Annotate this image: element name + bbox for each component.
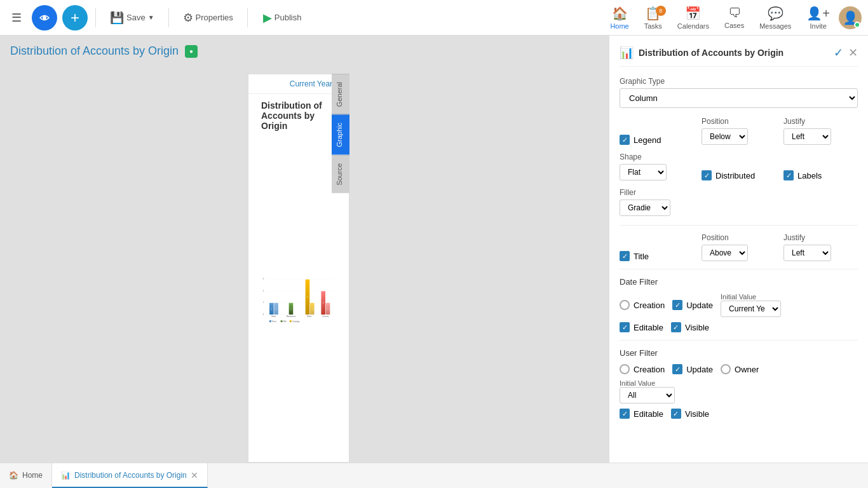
panel-actions: ✓ ✕ (834, 46, 858, 60)
nav-divider-1 (95, 8, 96, 27)
chart-tab-close-icon[interactable]: ✕ (191, 470, 198, 480)
main-panel: Distribution of Accounts by Origin ● Cur… (0, 36, 609, 463)
user-editable-group: ✓ Editable (620, 409, 663, 419)
chart-tab-icon: 📊 (61, 471, 71, 480)
user-filter-row: Creation ✓ Update Owner (620, 364, 858, 374)
save-button[interactable]: 💾 Save ▼ (104, 7, 161, 29)
date-filter-label: Date Filter (620, 277, 858, 287)
date-visible-checkbox[interactable]: ✓ (671, 322, 681, 332)
invite-icon: 👤+ (806, 6, 830, 21)
user-owner-label: Owner (735, 365, 759, 374)
title-justify-label: Justify (783, 233, 858, 242)
calendars-icon: 📅 (685, 6, 701, 21)
properties-button[interactable]: ⚙ Properties (177, 7, 240, 29)
filler-select[interactable]: GradieSolidNone (620, 200, 670, 216)
title-checkbox[interactable]: ✓ (620, 251, 630, 261)
initial-value-select[interactable]: Current YeLast YearAll (721, 301, 781, 317)
nav-cases-button[interactable]: 🗨 Cases (718, 3, 750, 32)
justify-label: Justify (783, 117, 858, 126)
user-creation-group: Creation (620, 364, 665, 374)
title-position-label: Position (702, 233, 776, 242)
nav-invite-button[interactable]: 👤+ Invite (800, 3, 836, 32)
svg-rect-27 (269, 320, 271, 322)
nav-calendars-button[interactable]: 📅 Calendars (671, 3, 715, 32)
distributed-checkbox[interactable]: ✓ (702, 170, 712, 180)
svg-text:3: 3 (263, 278, 264, 280)
save-icon: 💾 (110, 11, 124, 25)
user-owner-radio[interactable] (721, 364, 731, 374)
user-update-checkbox[interactable]: ✓ (672, 364, 682, 374)
graphic-type-select[interactable]: Column Bar Line Area Pie (620, 88, 858, 108)
title-justify-select[interactable]: LeftCenterRight (783, 245, 831, 261)
nav-messages-button[interactable]: 💬 Messages (753, 3, 797, 32)
panel-close-button[interactable]: ✕ (848, 46, 858, 60)
nav-invite-label: Invite (810, 22, 827, 30)
properties-icon: ⚙ (183, 11, 193, 25)
initial-value-group: Initial Value Current YeLast YearAll (721, 293, 781, 317)
nav-tasks-label: Tasks (644, 22, 662, 30)
user-editable-checkbox[interactable]: ✓ (620, 409, 630, 419)
publish-label: Publish (275, 13, 302, 22)
labels-checkbox[interactable]: ✓ (783, 170, 794, 180)
shape-label: Shape (620, 152, 694, 161)
user-initial-value-row: Initial Value AllMineMy Team (620, 379, 858, 403)
svg-text:Manufacture: Manufacture (287, 315, 296, 318)
filter-label: Current Year (290, 79, 332, 88)
filler-group: Filler GradieSolidNone (620, 188, 858, 216)
shape-select[interactable]: FlatRound (620, 164, 667, 180)
legend-checkbox[interactable]: ✓ (620, 135, 630, 145)
date-editable-checkbox[interactable]: ✓ (620, 322, 630, 332)
date-visible-group: ✓ Visible (671, 322, 709, 332)
date-creation-radio[interactable] (620, 300, 630, 310)
legend-group: ✓ Legend (620, 123, 694, 145)
svg-text:Banks: Banks (271, 315, 276, 318)
save-chevron-icon[interactable]: ▼ (148, 14, 154, 21)
hamburger-icon[interactable]: ☰ (6, 6, 27, 30)
publish-button[interactable]: ▶ Publish (255, 7, 309, 29)
user-update-group: ✓ Update (672, 364, 713, 374)
user-filter-label: User Filter (620, 348, 858, 358)
user-editable-label: Editable (634, 409, 663, 419)
user-visible-checkbox[interactable]: ✓ (671, 409, 681, 419)
nav-messages-label: Messages (759, 22, 791, 30)
svg-rect-31 (290, 320, 292, 322)
nav-home-button[interactable]: 🏠 Home (604, 3, 635, 32)
legend-position-group: Position BelowAboveLeftRight (702, 117, 776, 145)
page-title: Distribution of Accounts by Origin (10, 44, 179, 58)
bottom-tab-chart[interactable]: 📊 Distribution of Accounts by Origin ✕ (52, 463, 208, 488)
title-position-select[interactable]: AboveBelow (702, 245, 748, 261)
filler-label: Filler (620, 188, 858, 197)
panel-header: 📊 Distribution of Accounts by Origin ✓ ✕ (620, 46, 858, 67)
nav-calendars-label: Calendars (677, 22, 709, 30)
title-label: Title (634, 252, 649, 261)
labels-group: ✓ Labels (783, 159, 858, 180)
avatar-wrapper[interactable]: 👤 (839, 6, 862, 29)
legend-justify-select[interactable]: LeftCenterRight (783, 128, 831, 145)
date-filter-row: Creation ✓ Update Initial Value Current … (620, 293, 858, 317)
add-button[interactable]: + (62, 5, 88, 30)
tab-general[interactable]: General (332, 74, 349, 114)
tab-source[interactable]: Source (332, 155, 349, 193)
date-update-group: ✓ Update (672, 300, 713, 310)
cases-icon: 🗨 (728, 6, 741, 20)
right-panel: 📊 Distribution of Accounts by Origin ✓ ✕… (609, 36, 868, 463)
title-position-group: Position AboveBelow (702, 233, 776, 261)
svg-text:1: 1 (263, 301, 264, 304)
date-creation-group: Creation (620, 300, 665, 310)
date-filter-checkboxes: ✓ Editable ✓ Visible (620, 322, 858, 332)
user-update-label: Update (686, 365, 713, 374)
user-initial-value-select[interactable]: AllMineMy Team (620, 387, 675, 403)
panel-confirm-button[interactable]: ✓ (834, 46, 843, 60)
bottom-tab-home[interactable]: 🏠 Home (0, 463, 52, 488)
title-group: ✓ Title (620, 240, 694, 261)
svg-text:Services: Services (323, 315, 330, 318)
user-creation-radio[interactable] (620, 364, 630, 374)
date-update-checkbox[interactable]: ✓ (672, 300, 682, 310)
properties-label: Properties (196, 13, 233, 22)
app-logo (32, 5, 57, 30)
position-label: Position (702, 117, 776, 126)
legend-position-select[interactable]: BelowAboveLeftRight (702, 128, 748, 145)
home-tab-label: Home (22, 471, 43, 480)
tab-graphic[interactable]: Graphic (332, 114, 349, 155)
user-initial-value-label: Initial Value (620, 379, 675, 387)
